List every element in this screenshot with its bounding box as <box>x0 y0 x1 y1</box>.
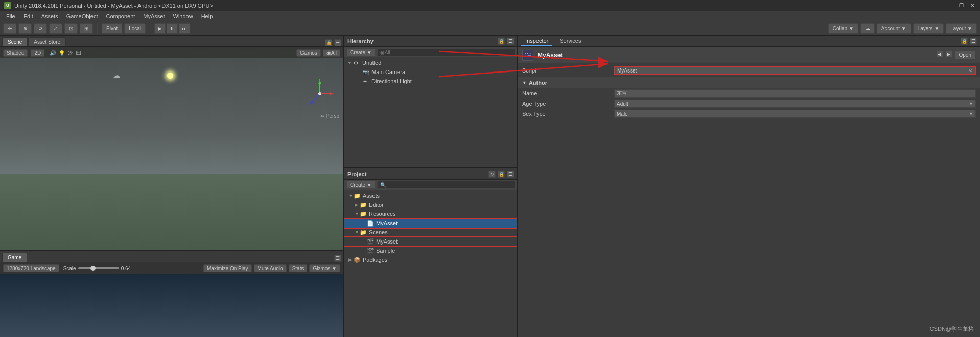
pivot-button[interactable]: Pivot <box>102 23 122 34</box>
script-value[interactable]: MyAsset ⊙ <box>614 66 976 75</box>
hierarchy-item-untitled[interactable]: ▼ ⚙ Untitled <box>344 58 517 67</box>
menu-file[interactable]: File <box>2 12 19 20</box>
tool-rect[interactable]: ⊡ <box>64 23 78 34</box>
project-refresh[interactable]: ↻ <box>488 171 496 178</box>
stats-btn[interactable]: Stats <box>289 264 308 272</box>
inspector-lock[interactable]: 🔒 <box>961 38 968 45</box>
age-type-value[interactable]: Adult ▼ <box>614 100 976 108</box>
hierarchy-search[interactable] <box>378 48 515 56</box>
sex-type-value[interactable]: Male ▼ <box>614 110 976 118</box>
inspector-header: Inspector Services 🔒 ☰ <box>518 36 980 47</box>
menu-help[interactable]: Help <box>197 12 217 20</box>
scene-panel-menu[interactable]: ☰ <box>334 39 341 46</box>
name-value[interactable]: 东宝 <box>614 89 976 98</box>
play-button[interactable]: ▶ <box>154 23 166 34</box>
untitled-icon: ⚙ <box>354 60 361 66</box>
resources-label: Resources <box>369 211 396 217</box>
scene-panel-lock[interactable]: 🔒 <box>325 39 332 46</box>
asset-store-tab-label: Asset Store <box>34 39 60 45</box>
hierarchy-create-btn[interactable]: Create ▼ <box>346 48 376 56</box>
scene-cloud: ☁ <box>112 70 121 80</box>
hierarchy-toolbar: Create ▼ <box>344 47 517 57</box>
all-btn[interactable]: ◉All <box>323 49 340 57</box>
game-viewport <box>0 274 343 337</box>
proj-sample[interactable]: 🎬 Sample <box>344 246 517 255</box>
tool-transform[interactable]: ⊞ <box>80 23 93 34</box>
tool-hand[interactable]: ✛ <box>3 23 16 34</box>
game-tab-controls: ☰ <box>334 255 341 262</box>
tab-game[interactable]: Game <box>2 253 27 262</box>
pause-button[interactable]: ⏸ <box>167 23 178 34</box>
menu-assets[interactable]: Assets <box>37 12 62 20</box>
middle-panel: Hierarchy 🔒 ☰ Create ▼ ▼ ⚙ Untitled <box>344 36 518 337</box>
local-button[interactable]: Local <box>124 23 146 34</box>
menu-myasset[interactable]: MyAsset <box>139 12 169 20</box>
svg-line-4 <box>312 94 320 102</box>
hierarchy-item-maincamera[interactable]: 📷 Main Camera <box>344 67 517 77</box>
restore-button[interactable]: ❐ <box>958 2 965 9</box>
play-controls: ▶ ⏸ ⏭ <box>154 23 190 34</box>
hierarchy-header: Hierarchy 🔒 ☰ <box>344 36 517 47</box>
shade-mode[interactable]: Shaded <box>3 49 28 57</box>
separator-2 <box>150 23 150 34</box>
menu-gameobject[interactable]: GameObject <box>62 12 102 20</box>
project-lock[interactable]: 🔒 <box>498 171 505 178</box>
collab-button[interactable]: Collab ▼ <box>828 23 858 34</box>
tab-asset-store[interactable]: Asset Store <box>28 37 66 46</box>
scale-bar[interactable] <box>78 267 119 269</box>
game-gizmos-btn[interactable]: Gizmos ▼ <box>309 264 340 272</box>
script-row: Script MyAsset ⊙ <box>518 65 980 76</box>
menu-window[interactable]: Window <box>169 12 197 20</box>
proj-assets[interactable]: ▼ 📁 Assets <box>344 191 517 200</box>
project-search[interactable] <box>378 181 515 189</box>
menu-component[interactable]: Component <box>102 12 139 20</box>
inspector-pin-right[interactable]: ▶ <box>945 51 952 58</box>
tab-scene[interactable]: Scene <box>2 37 28 46</box>
age-type-value-text: Adult <box>617 101 628 107</box>
scene-persp-label: ⇐ Persp <box>320 113 339 119</box>
cloud-button[interactable]: ☁ <box>860 23 875 34</box>
maximize-on-play[interactable]: Maximize On Play <box>203 264 252 272</box>
game-panel-menu[interactable]: ☰ <box>334 255 341 262</box>
step-button[interactable]: ⏭ <box>179 23 190 34</box>
proj-packages[interactable]: ▶ 📦 Packages <box>344 255 517 264</box>
scale-thumb[interactable] <box>90 266 96 271</box>
proj-scenes[interactable]: ▼ 📁 Scenes <box>344 228 517 237</box>
project-create-btn[interactable]: Create ▼ <box>346 181 376 189</box>
resolution-select[interactable]: 1280x720 Landscape <box>3 264 59 272</box>
inspector-open-btn[interactable]: Open <box>954 51 976 60</box>
name-label: Name <box>522 90 614 97</box>
proj-myasset-scenes[interactable]: 🎬 MyAsset <box>344 237 517 246</box>
tool-move[interactable]: ⊕ <box>18 23 32 34</box>
author-section: ▼ Author Name 东宝 Age Type Adult ▼ <box>518 77 980 119</box>
inspector-menu[interactable]: ☰ <box>970 38 977 45</box>
sample-label: Sample <box>376 248 395 254</box>
dirlight-icon: ☀ <box>363 79 370 84</box>
inspector-pin-left[interactable]: ◀ <box>936 51 943 58</box>
layout-button[interactable]: Layout ▼ <box>946 23 977 34</box>
project-menu[interactable]: ☰ <box>507 171 514 178</box>
mute-audio[interactable]: Mute Audio <box>254 264 287 272</box>
author-section-header[interactable]: ▼ Author <box>518 77 980 88</box>
proj-resources[interactable]: ▼ 📁 Resources <box>344 209 517 219</box>
close-button[interactable]: ✕ <box>969 2 976 9</box>
age-type-row: Age Type Adult ▼ <box>518 99 980 109</box>
separator-1 <box>97 23 98 34</box>
services-tab[interactable]: Services <box>555 37 585 46</box>
inspector-tab[interactable]: Inspector <box>521 37 552 46</box>
proj-myasset-resources[interactable]: 📄 MyAsset <box>344 219 517 228</box>
tool-rotate[interactable]: ↺ <box>34 23 47 34</box>
hierarchy-item-dirlight[interactable]: ☀ Directional Light <box>344 77 517 86</box>
tool-scale[interactable]: ⤢ <box>49 23 62 34</box>
menu-edit[interactable]: Edit <box>19 12 37 20</box>
account-button[interactable]: Account ▼ <box>877 23 911 34</box>
hierarchy-menu[interactable]: ☰ <box>507 38 514 45</box>
proj-editor[interactable]: ▶ 📁 Editor <box>344 200 517 209</box>
inspector-panel: Inspector Services 🔒 ☰ C# MyAsset ◀ ▶ Op… <box>518 36 980 337</box>
dim-mode[interactable]: 2D <box>31 49 44 57</box>
layers-button[interactable]: Layers ▼ <box>913 23 944 34</box>
gizmos-btn[interactable]: Gizmos <box>296 49 321 57</box>
minimize-button[interactable]: — <box>946 2 953 9</box>
hierarchy-lock[interactable]: 🔒 <box>498 38 505 45</box>
inspector-header-controls: 🔒 ☰ <box>961 38 977 45</box>
